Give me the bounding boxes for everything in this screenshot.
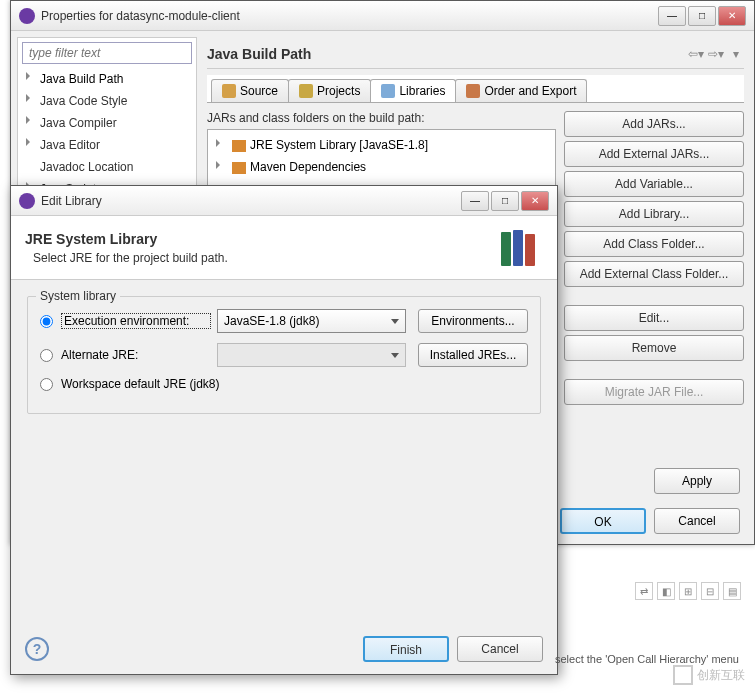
execution-env-label: Execution environment:: [61, 313, 211, 329]
help-icon[interactable]: ?: [25, 637, 49, 661]
link-icon[interactable]: ⇄: [635, 582, 653, 600]
modal-header: JRE System Library Select JRE for the pr…: [11, 216, 557, 280]
hint-text: select the 'Open Call Hierarchy' menu: [555, 653, 755, 665]
tab-projects[interactable]: Projects: [288, 79, 371, 102]
edit-library-dialog: Edit Library — □ ✕ JRE System Library Se…: [10, 185, 558, 675]
button-column: Add JARs... Add External JARs... Add Var…: [564, 111, 744, 528]
tab-libraries[interactable]: Libraries: [370, 79, 456, 102]
page-title: Java Build Path: [207, 46, 688, 62]
app-icon: [19, 193, 35, 209]
main-titlebar[interactable]: Properties for datasync-module-client — …: [11, 1, 754, 31]
tree-item[interactable]: Java Code Style: [22, 90, 192, 112]
tree-item[interactable]: Java Editor: [22, 134, 192, 156]
library-icon: [495, 224, 543, 272]
modal-titlebar[interactable]: Edit Library — □ ✕: [11, 186, 557, 216]
modal-window-controls: — □ ✕: [461, 191, 549, 211]
finish-button[interactable]: Finish: [363, 636, 449, 662]
jar-item[interactable]: Maven Dependencies: [212, 156, 551, 178]
close-button[interactable]: ✕: [718, 6, 746, 26]
svg-rect-1: [513, 230, 523, 266]
tab-source[interactable]: Source: [211, 79, 289, 102]
execution-env-radio[interactable]: [40, 315, 53, 328]
menu-icon[interactable]: ▾: [728, 47, 744, 61]
ok-button[interactable]: OK: [560, 508, 646, 534]
alternate-jre-label: Alternate JRE:: [61, 348, 211, 362]
lib-icon: [381, 84, 395, 98]
modal-title: JRE System Library: [25, 231, 495, 247]
tree-item[interactable]: Java Build Path: [22, 68, 192, 90]
group-label: System library: [36, 289, 120, 303]
svg-rect-2: [525, 234, 535, 266]
svg-rect-0: [501, 232, 511, 266]
system-library-group: System library Execution environment: Ja…: [27, 296, 541, 414]
add-library-button[interactable]: Add Library...: [564, 201, 744, 227]
category-tree: Java Build PathJava Code StyleJava Compi…: [22, 68, 192, 200]
add-variable-button[interactable]: Add Variable...: [564, 171, 744, 197]
nav-arrows: ⇦▾ ⇨▾ ▾: [688, 47, 744, 61]
chevron-down-icon: [391, 319, 399, 324]
add-jars-button[interactable]: Add JARs...: [564, 111, 744, 137]
back-icon[interactable]: ⇦▾: [688, 47, 704, 61]
execution-env-value: JavaSE-1.8 (jdk8): [224, 314, 319, 328]
minimize-button[interactable]: —: [658, 6, 686, 26]
watermark: 创新互联: [673, 665, 745, 685]
close-button[interactable]: ✕: [521, 191, 549, 211]
list-icon[interactable]: ⊟: [701, 582, 719, 600]
tabs-row: SourceProjectsLibrariesOrder and Export: [207, 75, 744, 103]
installed-jres-button[interactable]: Installed JREs...: [418, 343, 528, 367]
app-icon: [19, 8, 35, 24]
filter-input[interactable]: [22, 42, 192, 64]
add-class-folder-button[interactable]: Add Class Folder...: [564, 231, 744, 257]
tree-item[interactable]: Javadoc Location: [22, 156, 192, 178]
edit-button[interactable]: Edit...: [564, 305, 744, 331]
proj-icon: [299, 84, 313, 98]
jar-item[interactable]: JRE System Library [JavaSE-1.8]: [212, 134, 551, 156]
window-title: Properties for datasync-module-client: [41, 9, 658, 23]
workspace-default-label: Workspace default JRE (jdk8): [61, 377, 220, 391]
modal-cancel-button[interactable]: Cancel: [457, 636, 543, 662]
chevron-down-icon: [391, 353, 399, 358]
tree-icon[interactable]: ◧: [657, 582, 675, 600]
add-external-class-folder-button[interactable]: Add External Class Folder...: [564, 261, 744, 287]
window-controls: — □ ✕: [658, 6, 746, 26]
workspace-default-radio[interactable]: [40, 378, 53, 391]
forward-icon[interactable]: ⇨▾: [708, 47, 724, 61]
apply-button[interactable]: Apply: [654, 468, 740, 494]
toolbar-icons: ⇄ ◧ ⊞ ⊟ ▤: [635, 582, 741, 600]
ord-icon: [466, 84, 480, 98]
tab-order-and-export[interactable]: Order and Export: [455, 79, 587, 102]
add-external-jars-button[interactable]: Add External JARs...: [564, 141, 744, 167]
cancel-button[interactable]: Cancel: [654, 508, 740, 534]
remove-button[interactable]: Remove: [564, 335, 744, 361]
environments-button[interactable]: Environments...: [418, 309, 528, 333]
brand-text: 创新互联: [697, 667, 745, 684]
modal-description: Select JRE for the project build path.: [25, 251, 495, 265]
maximize-button[interactable]: □: [491, 191, 519, 211]
alternate-jre-combo: [217, 343, 406, 367]
execution-env-combo[interactable]: JavaSE-1.8 (jdk8): [217, 309, 406, 333]
brand-logo-icon: [673, 665, 693, 685]
hierarchy-icon[interactable]: ⊞: [679, 582, 697, 600]
collapse-icon[interactable]: ▤: [723, 582, 741, 600]
maximize-button[interactable]: □: [688, 6, 716, 26]
library-icon: [232, 140, 246, 152]
src-icon: [222, 84, 236, 98]
library-icon: [232, 162, 246, 174]
migrate-button: Migrate JAR File...: [564, 379, 744, 405]
minimize-button[interactable]: —: [461, 191, 489, 211]
tree-item[interactable]: Java Compiler: [22, 112, 192, 134]
alternate-jre-radio[interactable]: [40, 349, 53, 362]
jar-list-label: JARs and class folders on the build path…: [207, 111, 556, 125]
modal-window-title: Edit Library: [41, 194, 461, 208]
